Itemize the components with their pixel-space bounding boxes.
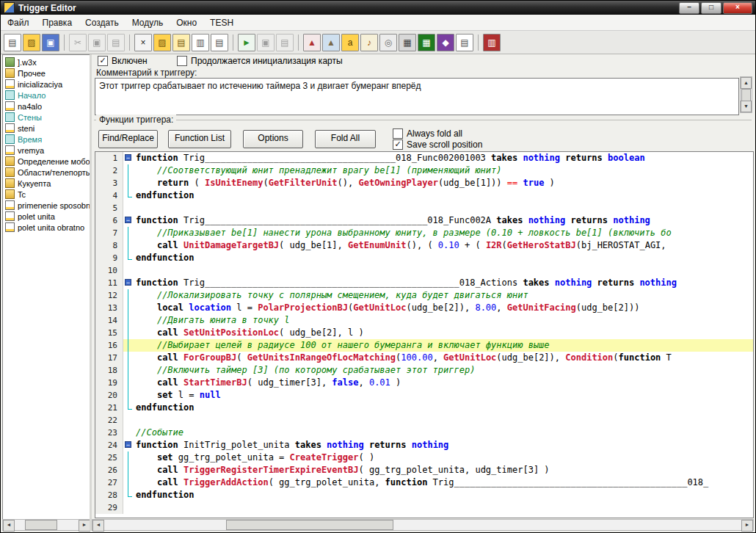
comment-vscrollbar[interactable]: ▲ ▼ (740, 76, 752, 113)
menu-file[interactable]: Файл (1, 15, 36, 30)
menu-window[interactable]: Окно (170, 15, 203, 30)
scroll-left-icon[interactable]: ◄ (92, 520, 104, 532)
save-map-icon[interactable]: ▣ (42, 34, 59, 51)
options-button[interactable]: Options (243, 130, 303, 148)
tree-item-7[interactable]: Время (4, 134, 90, 145)
fold-toggle-icon[interactable]: − (123, 152, 134, 164)
code-line-26[interactable]: 26 call TriggerRegisterTimerExpireEventB… (95, 464, 753, 476)
tree-hscrollbar[interactable]: ◄ ► (2, 519, 91, 531)
maximize-button[interactable]: □ (701, 2, 722, 14)
code-line-9[interactable]: 9endfunction (95, 252, 753, 264)
code-line-7[interactable]: 7 //Приказывает be[1] нанести урона выбр… (95, 227, 753, 239)
trigger-editor-icon[interactable]: a (341, 34, 359, 51)
import-manager-icon[interactable]: ▤ (456, 34, 473, 51)
scroll-down-icon[interactable]: ▼ (741, 101, 752, 112)
collapse-minus-icon[interactable]: − (125, 154, 131, 161)
scroll-right-icon[interactable]: ► (79, 520, 90, 532)
open-map-icon[interactable]: ▨ (23, 34, 40, 51)
run-trigger-icon[interactable]: ► (238, 34, 255, 51)
code-line-29[interactable]: 29 (95, 501, 753, 514)
code-line-19[interactable]: 19 call StartTimerBJ( udg_timer[3], fals… (95, 377, 753, 389)
tree-item-8[interactable]: vremya (4, 145, 90, 156)
convert-to-custom-text-icon[interactable]: ▲ (303, 34, 321, 51)
tree-item-9[interactable]: Определение мобов (4, 156, 90, 167)
scroll-right-icon[interactable]: ► (741, 520, 753, 532)
tree-item-2[interactable]: inicializaciya (4, 79, 90, 90)
menu-tesh[interactable]: TESH (203, 15, 240, 30)
always-fold-all-checkbox[interactable]: Always fold all (393, 128, 462, 139)
code-line-16[interactable]: 16 //Выбирает целей в радиусе 100 от наш… (95, 339, 753, 352)
tree-item-12[interactable]: Tc (4, 189, 90, 200)
fold-toggle-icon[interactable]: − (123, 439, 134, 452)
new-script-icon[interactable]: ▤ (211, 34, 228, 51)
scroll-left-icon[interactable]: ◄ (3, 520, 15, 532)
tree-item-4[interactable]: na4alo (4, 101, 90, 112)
code-line-8[interactable]: 8 call UnitDamageTargetBJ( udg_be[1], Ge… (95, 239, 753, 252)
code-line-27[interactable]: 27 call TriggerAddAction( gg_trg_polet_u… (95, 476, 753, 489)
tree-item-5[interactable]: Стены (4, 112, 90, 123)
tree-item-1[interactable]: Прочее (4, 68, 90, 79)
tree-item-13[interactable]: primenenie sposobno (4, 200, 90, 211)
close-button[interactable]: × (723, 2, 752, 14)
tree-hscroll-thumb[interactable] (25, 520, 57, 530)
editor-hscrollbar[interactable]: ◄ ► (92, 519, 754, 531)
code-line-11[interactable]: 11−function Trig________________________… (95, 277, 753, 289)
campaign-editor-icon[interactable]: ▦ (399, 34, 416, 51)
new-map-icon[interactable]: ▤ (4, 34, 21, 51)
ai-editor-icon[interactable]: ◆ (437, 34, 454, 51)
code-line-3[interactable]: 3 return ( IsUnitEnemy(GetFilterUnit(), … (95, 177, 753, 189)
code-line-5[interactable]: 5 (95, 202, 753, 214)
object-editor-icon[interactable]: ◎ (379, 34, 397, 51)
terrain-editor-icon[interactable]: ▲ (322, 34, 340, 51)
editor-hscroll-track[interactable] (104, 520, 741, 530)
tree-item-14[interactable]: polet unita (4, 211, 90, 222)
test-map-icon[interactable]: ▦ (418, 34, 435, 51)
sound-editor-icon[interactable]: ♪ (360, 34, 378, 51)
save-scroll-position-checkbox[interactable]: ✓ Save scroll position (393, 139, 482, 150)
menu-module[interactable]: Модуль (126, 15, 170, 30)
code-line-28[interactable]: 28endfunction (95, 489, 753, 501)
code-line-2[interactable]: 2 //Соответствующий юнит пренадлежит вра… (95, 164, 753, 177)
tree-item-3[interactable]: Начало (4, 90, 90, 101)
code-line-15[interactable]: 15 call SetUnitPositionLoc( udg_be[2], l… (95, 327, 753, 339)
new-comment-icon[interactable]: ▥ (192, 34, 209, 51)
function-list-button[interactable]: Function List (168, 130, 231, 148)
code-line-17[interactable]: 17 call ForGroupBJ( GetUnitsInRangeOfLoc… (95, 352, 753, 364)
code-line-10[interactable]: 10 (95, 264, 753, 277)
code-line-18[interactable]: 18 //Включить таймер [3] (по которому ср… (95, 364, 753, 377)
tree-hscroll-track[interactable] (15, 520, 79, 530)
code-line-12[interactable]: 12 //Локализировать точку с полярным сме… (95, 289, 753, 302)
find-replace-button[interactable]: Find/Replace (98, 130, 158, 148)
code-line-24[interactable]: 24−function InitTrig_polet_unita takes n… (95, 439, 753, 452)
enabled-checkbox[interactable]: ✓ Включен (98, 56, 148, 66)
collapse-minus-icon[interactable]: − (125, 441, 131, 448)
code-line-23[interactable]: 23//Событие (95, 427, 753, 439)
collapse-minus-icon[interactable]: − (125, 279, 131, 286)
delete-icon[interactable]: × (134, 34, 152, 51)
collapse-minus-icon[interactable]: − (125, 217, 131, 223)
scroll-up-icon[interactable]: ▲ (741, 77, 752, 89)
code-line-1[interactable]: 1−function Trig_________________________… (95, 152, 753, 164)
jass-code-editor[interactable]: 1−function Trig_________________________… (95, 151, 754, 518)
code-line-14[interactable]: 14 //Двигать юнита в точку l (95, 314, 753, 327)
fold-toggle-icon[interactable]: − (123, 277, 134, 289)
minimize-button[interactable]: – (679, 2, 699, 14)
tree-item-11[interactable]: Кукуепта (4, 178, 90, 189)
code-line-20[interactable]: 20 set l = null (95, 389, 753, 402)
code-line-13[interactable]: 13 local location l = PolarProjectionBJ(… (95, 302, 753, 314)
fold-toggle-icon[interactable]: − (123, 214, 134, 227)
menu-create[interactable]: Создать (79, 15, 126, 30)
object-manager-icon[interactable]: ▥ (483, 34, 501, 51)
fold-all-button[interactable]: Fold All (315, 130, 376, 148)
tree-item-15[interactable]: polet unita obratno (4, 222, 90, 233)
code-line-21[interactable]: 21endfunction (95, 402, 753, 414)
code-line-22[interactable]: 22 (95, 414, 753, 427)
tree-item-0[interactable]: ].w3x (4, 57, 90, 68)
editor-hscroll-thumb[interactable] (226, 520, 393, 530)
code-line-6[interactable]: 6−function Trig_________________________… (95, 214, 753, 227)
code-line-4[interactable]: 4endfunction (95, 189, 753, 202)
menu-edit[interactable]: Правка (36, 15, 79, 30)
tree-item-10[interactable]: Области/телепорты (4, 167, 90, 178)
map-init-checkbox[interactable]: Продолжается инициализация карты (177, 56, 343, 66)
new-trigger-icon[interactable]: ▤ (172, 34, 190, 51)
